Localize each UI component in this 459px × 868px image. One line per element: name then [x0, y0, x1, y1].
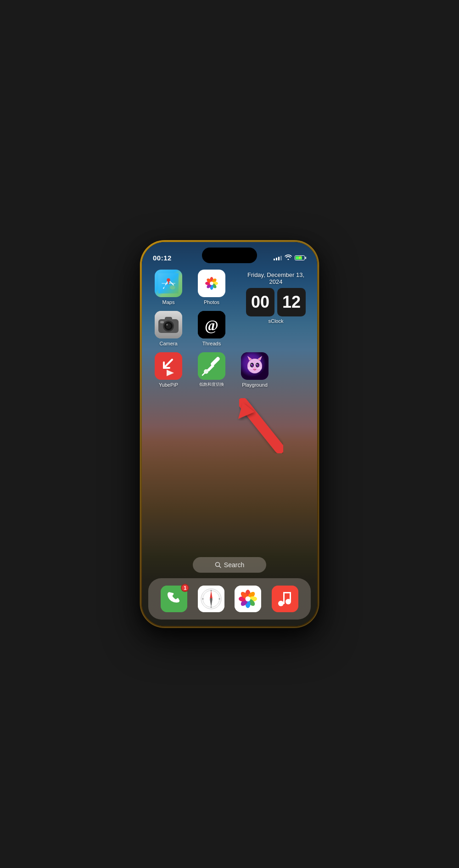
threads-icon: @ — [198, 311, 225, 338]
svg-rect-72 — [272, 586, 298, 612]
camera-icon — [155, 311, 182, 338]
svg-point-60 — [202, 598, 203, 600]
svg-rect-75 — [283, 592, 285, 604]
svg-point-73 — [278, 601, 284, 606]
svg-point-39 — [252, 364, 253, 367]
phone-badge: 1 — [181, 584, 189, 592]
svg-rect-20 — [165, 317, 172, 321]
dock-phone[interactable]: 1 — [161, 586, 187, 612]
search-icon — [215, 562, 221, 568]
svg-point-40 — [257, 364, 259, 367]
phone-screen: 00:12 — [142, 242, 317, 626]
dynamic-island — [202, 248, 257, 263]
app-threads[interactable]: @ Threads — [194, 311, 229, 347]
status-time: 00:12 — [153, 254, 172, 262]
dock-photos[interactable] — [235, 586, 261, 612]
home-screen: 00:12 — [142, 242, 317, 626]
dock: 1 — [148, 578, 311, 620]
photos-icon — [198, 270, 225, 297]
photos-dock-icon — [235, 586, 261, 612]
camera-label: Camera — [151, 341, 186, 347]
yubepip-label: YubePiP — [151, 382, 186, 388]
playground-label: Playground — [237, 382, 272, 388]
svg-point-59 — [210, 607, 212, 608]
maps-icon — [155, 270, 182, 297]
signal-icon — [274, 255, 282, 260]
music-app-icon — [272, 586, 298, 612]
search-label: Search — [224, 561, 244, 569]
svg-point-13 — [210, 282, 213, 285]
battery-icon: ⚡ — [295, 255, 306, 260]
svg-rect-21 — [160, 321, 164, 323]
maps-label: Maps — [151, 299, 186, 305]
svg-rect-24 — [155, 352, 182, 380]
app-playground[interactable]: Playground — [237, 352, 272, 388]
svg-rect-77 — [290, 592, 291, 602]
app-grid: Maps — [151, 270, 308, 394]
svg-point-61 — [210, 598, 212, 600]
svg-marker-46 — [238, 403, 254, 419]
annotation-arrow — [215, 384, 298, 458]
svg-point-57 — [210, 590, 212, 592]
app-lowsat[interactable]: 低飽和度切換 — [194, 352, 229, 387]
app-row-2: Camera @ Threads — [151, 311, 308, 347]
svg-point-1 — [167, 278, 170, 282]
lowsat-icon — [198, 352, 225, 380]
svg-point-19 — [166, 324, 168, 326]
svg-text:@: @ — [205, 317, 218, 333]
app-row-1: Maps — [151, 270, 308, 305]
dock-safari[interactable] — [198, 586, 224, 612]
svg-point-30 — [247, 359, 262, 373]
svg-point-71 — [246, 597, 251, 602]
app-photos[interactable]: Photos — [194, 270, 229, 305]
yubepip-icon — [155, 352, 182, 380]
dock-music[interactable] — [272, 586, 298, 612]
wifi-icon — [285, 254, 292, 261]
app-maps[interactable]: Maps — [151, 270, 186, 305]
svg-point-3 — [162, 285, 167, 287]
search-bar[interactable]: Search — [193, 557, 266, 573]
photos-label: Photos — [194, 299, 229, 305]
safari-app-icon — [198, 586, 224, 612]
svg-point-2 — [170, 285, 175, 289]
playground-icon — [241, 352, 269, 380]
svg-line-48 — [219, 566, 221, 568]
app-yubepip[interactable]: YubePiP — [151, 352, 186, 388]
app-camera[interactable]: Camera — [151, 311, 186, 347]
status-icons: ⚡ — [274, 254, 306, 261]
svg-point-58 — [218, 598, 220, 600]
lowsat-label: 低飽和度切換 — [194, 382, 229, 387]
threads-label: Threads — [194, 341, 229, 347]
phone-device: 00:12 — [140, 240, 319, 628]
app-row-3: YubePiP — [151, 352, 308, 388]
